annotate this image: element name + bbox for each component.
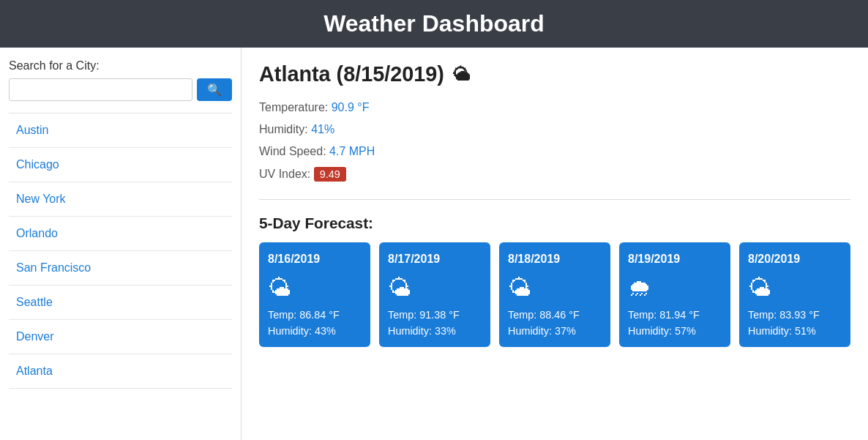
weather-details: Temperature: 90.9 °F Humidity: 41% Wind …: [259, 101, 850, 182]
forecast-card-1: 8/17/2019 🌤 Temp: 91.38 °F Humidity: 33%: [379, 242, 490, 347]
forecast-icon-1: 🌤: [388, 275, 482, 302]
wind-value: 4.7 MPH: [329, 145, 375, 157]
temperature-label: Temperature:: [259, 101, 328, 113]
forecast-card-2: 8/18/2019 🌤 Temp: 88.46 °F Humidity: 37%: [499, 242, 610, 347]
forecast-date-4: 8/20/2019: [748, 253, 842, 266]
forecast-cards: 8/16/2019 🌤 Temp: 86.84 °F Humidity: 43%…: [259, 242, 850, 347]
forecast-icon-3: 🌧: [628, 275, 722, 302]
forecast-humidity-4: Humidity: 51%: [748, 325, 842, 337]
forecast-title: 5-Day Forecast:: [259, 215, 850, 232]
current-date: 8/15/2019: [343, 62, 437, 86]
forecast-temp-2: Temp: 88.46 °F: [508, 309, 602, 321]
city-item-seattle[interactable]: Seattle: [9, 286, 232, 320]
forecast-date-1: 8/17/2019: [388, 253, 482, 266]
forecast-temp-0: Temp: 86.84 °F: [268, 309, 362, 321]
forecast-temp-1: Temp: 91.38 °F: [388, 309, 482, 321]
humidity-row: Humidity: 41%: [259, 123, 850, 136]
content-panel: Atlanta (8/15/2019) 🌥 Temperature: 90.9 …: [242, 48, 868, 440]
city-item-sanfrancisco[interactable]: San Francisco: [9, 251, 232, 286]
forecast-card-3: 8/19/2019 🌧 Temp: 81.94 °F Humidity: 57%: [619, 242, 730, 347]
forecast-card-4: 8/20/2019 🌤 Temp: 83.93 °F Humidity: 51%: [739, 242, 850, 347]
wind-row: Wind Speed: 4.7 MPH: [259, 145, 850, 158]
city-item-newyork[interactable]: New York: [9, 182, 232, 217]
forecast-icon-2: 🌤: [508, 275, 602, 302]
main-layout: Search for a City: 🔍 Austin Chicago New …: [0, 48, 868, 440]
search-button[interactable]: 🔍: [197, 78, 232, 101]
search-label: Search for a City:: [9, 59, 232, 72]
forecast-temp-3: Temp: 81.94 °F: [628, 309, 722, 321]
city-item-chicago[interactable]: Chicago: [9, 148, 232, 182]
uv-row: UV Index: 9.49: [259, 167, 850, 182]
temperature-row: Temperature: 90.9 °F: [259, 101, 850, 114]
search-row: 🔍: [9, 78, 232, 101]
forecast-humidity-0: Humidity: 43%: [268, 325, 362, 337]
sidebar: Search for a City: 🔍 Austin Chicago New …: [0, 48, 242, 440]
current-weather-icon: 🌥: [453, 64, 471, 85]
forecast-icon-0: 🌤: [268, 275, 362, 302]
forecast-date-3: 8/19/2019: [628, 253, 722, 266]
section-divider: [259, 199, 850, 200]
city-item-atlanta[interactable]: Atlanta: [9, 354, 232, 389]
city-item-orlando[interactable]: Orlando: [9, 217, 232, 251]
wind-label: Wind Speed:: [259, 145, 326, 157]
humidity-label: Humidity:: [259, 123, 308, 135]
forecast-humidity-3: Humidity: 57%: [628, 325, 722, 337]
search-icon: 🔍: [207, 83, 222, 96]
humidity-value: 41%: [311, 123, 334, 135]
forecast-temp-4: Temp: 83.93 °F: [748, 309, 842, 321]
city-item-austin[interactable]: Austin: [9, 113, 232, 148]
city-list: Austin Chicago New York Orlando San Fran…: [9, 113, 232, 389]
forecast-icon-4: 🌤: [748, 275, 842, 302]
temperature-value: 90.9 °F: [332, 101, 370, 113]
forecast-humidity-2: Humidity: 37%: [508, 325, 602, 337]
uv-badge: 9.49: [314, 167, 346, 182]
forecast-card-0: 8/16/2019 🌤 Temp: 86.84 °F Humidity: 43%: [259, 242, 370, 347]
current-city-date: Atlanta (8/15/2019): [259, 62, 444, 86]
forecast-date-2: 8/18/2019: [508, 253, 602, 266]
current-city-name: Atlanta: [259, 62, 331, 86]
city-item-denver[interactable]: Denver: [9, 320, 232, 354]
city-weather-header: Atlanta (8/15/2019) 🌥: [259, 62, 850, 86]
forecast-date-0: 8/16/2019: [268, 253, 362, 266]
app-header: Weather Dashboard: [0, 0, 868, 48]
search-input[interactable]: [9, 78, 192, 101]
app-title: Weather Dashboard: [323, 10, 545, 37]
uv-label: UV Index:: [259, 168, 310, 180]
forecast-humidity-1: Humidity: 33%: [388, 325, 482, 337]
